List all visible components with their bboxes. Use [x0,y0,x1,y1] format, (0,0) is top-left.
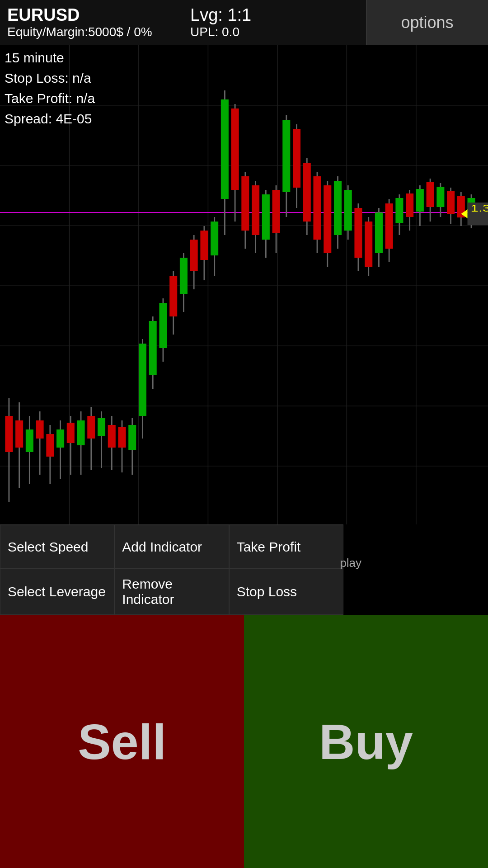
timeframe-label: 15 minute [5,47,95,68]
add-indicator-button[interactable]: Add Indicator [114,525,229,569]
header-center: Lvg: 1:1 UPL: 0.0 [183,0,366,45]
svg-rect-57 [221,99,229,199]
svg-rect-73 [303,163,311,222]
svg-rect-81 [344,190,352,231]
svg-rect-49 [180,258,188,294]
leverage-label: Lvg: 1:1 [190,5,359,25]
bottom-toolbar: Select Speed Add Indicator Take Profit S… [0,524,343,615]
svg-rect-101 [447,191,455,214]
svg-rect-87 [375,212,383,253]
stop-loss-button[interactable]: Stop Loss [229,569,343,615]
svg-rect-75 [313,176,321,240]
header-bar: EURUSD Equity/Margin:5000$ / 0% Lvg: 1:1… [0,0,488,45]
stop-loss-label: Stop Loss: n/a [5,68,95,88]
svg-rect-91 [395,198,403,223]
svg-rect-67 [272,190,280,233]
spread-label: Spread: 4E-05 [5,108,95,129]
svg-rect-55 [211,222,218,255]
symbol-label: EURUSD [7,5,176,25]
svg-rect-93 [406,193,413,217]
svg-rect-53 [200,231,208,260]
select-speed-button[interactable]: Select Speed [0,525,114,569]
svg-rect-35 [108,425,116,448]
svg-rect-33 [98,418,105,436]
select-leverage-button[interactable]: Select Leverage [0,569,114,615]
equity-label: Equity/Margin:5000$ / 0% [7,25,176,39]
svg-rect-19 [26,429,33,452]
header-right[interactable]: options [366,0,488,45]
svg-rect-59 [231,108,239,190]
remove-indicator-button[interactable]: Remove Indicator [114,569,229,615]
svg-rect-39 [128,425,136,450]
svg-rect-99 [436,187,444,207]
svg-rect-65 [262,194,270,240]
svg-rect-29 [77,420,85,445]
upl-label: UPL: 0.0 [190,25,359,39]
play-button[interactable]: play [340,556,361,570]
svg-rect-97 [427,182,434,207]
svg-rect-61 [241,176,249,231]
svg-rect-27 [67,423,75,443]
svg-rect-83 [354,208,362,258]
svg-rect-69 [282,120,290,192]
svg-text:1.30965: 1.30965 [471,203,488,213]
buy-button[interactable]: Buy [244,615,488,868]
svg-rect-41 [139,344,146,416]
svg-rect-95 [416,189,424,212]
svg-rect-71 [293,129,300,188]
svg-rect-89 [385,203,393,249]
svg-rect-79 [334,181,342,235]
header-left: EURUSD Equity/Margin:5000$ / 0% [0,0,183,45]
take-profit-button[interactable]: Take Profit [229,525,343,569]
svg-rect-31 [87,416,95,439]
svg-rect-23 [46,434,54,457]
options-button[interactable]: options [401,13,453,32]
svg-rect-37 [118,427,126,448]
svg-rect-45 [159,303,167,348]
take-profit-label: Take Profit: n/a [5,88,95,108]
svg-rect-63 [252,185,259,235]
svg-rect-15 [5,416,13,452]
svg-rect-77 [324,185,331,253]
sell-button[interactable]: Sell [0,615,244,868]
svg-rect-17 [15,420,23,448]
svg-rect-43 [149,321,157,375]
svg-rect-21 [36,420,44,439]
chart-info: 15 minute Stop Loss: n/a Take Profit: n/… [5,47,95,129]
svg-rect-51 [190,240,198,271]
svg-rect-47 [169,276,177,316]
svg-rect-25 [56,429,64,448]
svg-rect-85 [365,222,372,267]
trade-buttons: Sell Buy [0,615,488,868]
